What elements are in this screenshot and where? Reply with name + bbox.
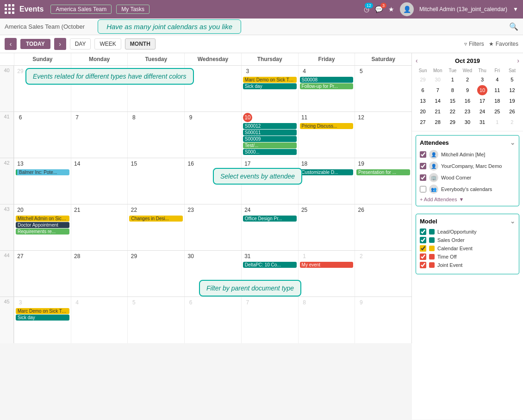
mini-day-26[interactable]: 26 (507, 106, 517, 117)
mini-day-22[interactable]: 22 (448, 106, 458, 117)
mini-day-1n[interactable]: 1 (492, 117, 502, 127)
event-followup[interactable]: Follow-up for Pr... (300, 83, 354, 89)
event-interest[interactable]: Interest in your ... (243, 169, 297, 175)
favorites-button[interactable]: ★ Favorites (489, 41, 518, 47)
cal-day-oct16[interactable]: 16 (184, 158, 241, 204)
cal-day-oct7[interactable]: 7 (71, 112, 128, 158)
event-marc-sick-2[interactable]: Marc Demo on Sick Time Off: 3.00 days (16, 308, 69, 314)
cal-day-oct21[interactable]: 21 (71, 204, 128, 250)
model-sales-checkbox[interactable] (420, 237, 426, 243)
mini-day-27[interactable]: 27 (418, 117, 428, 127)
user-name[interactable]: Mitchell Admin (13e_joint_calendar) (419, 6, 507, 12)
cal-day-nov1[interactable]: 1 My event (298, 251, 355, 296)
model-toggle[interactable]: ⌄ (510, 218, 515, 225)
cal-day-nov4[interactable]: 4 (71, 297, 128, 343)
mini-day-11[interactable]: 11 (492, 85, 502, 95)
event-my-event[interactable]: My event (300, 262, 354, 268)
mini-day-29[interactable]: 29 (448, 117, 458, 127)
mini-day-20[interactable]: 20 (418, 106, 428, 117)
event-s00008[interactable]: S00008 (300, 77, 354, 83)
mini-day-2[interactable]: 2 (462, 74, 473, 85)
mini-day-25[interactable]: 25 (492, 106, 502, 117)
event-presentation[interactable]: Presentation for ... (356, 169, 410, 175)
mini-day-16[interactable]: 16 (462, 96, 473, 106)
star-icon[interactable]: ★ (388, 6, 394, 13)
clock-icon[interactable]: ◷ 12 (364, 6, 369, 13)
event-s00011[interactable]: S00011 (243, 130, 297, 136)
mini-day-9[interactable]: 9 (462, 85, 473, 95)
cal-day-oct2[interactable]: 2 (184, 66, 241, 111)
attendee-everybody-checkbox[interactable] (420, 186, 426, 192)
mini-day-7[interactable]: 7 (433, 85, 443, 95)
attendees-toggle[interactable]: ⌄ (510, 139, 515, 146)
mini-day-29p[interactable]: 29 (418, 74, 428, 85)
model-timeoff-checkbox[interactable] (420, 253, 426, 260)
cal-day-oct26[interactable]: 26 (355, 204, 411, 250)
chat-icon[interactable]: 💬 3 (375, 6, 383, 13)
cal-day-oct4[interactable]: 4 S00008 Follow-up for Pr... (298, 66, 355, 111)
cal-day-oct22[interactable]: 22 Changes in Desi... (127, 204, 184, 250)
cal-day-oct13[interactable]: 13 Balmer Inc: Pote... (14, 158, 71, 204)
event-pricing[interactable]: Pricing Discuss... (300, 123, 354, 129)
cal-day-oct15[interactable]: 15 (127, 158, 184, 204)
cal-day-oct20[interactable]: 20 Mitchell Admin on Sick Time Off: 3.00… (14, 204, 71, 250)
mini-day-1[interactable]: 1 (448, 74, 458, 85)
event-doctor[interactable]: Doctor Appointment (16, 222, 69, 228)
prev-button[interactable]: ‹ (5, 38, 17, 50)
cal-day-nov2[interactable]: 2 (355, 251, 411, 296)
model-calendar-checkbox[interactable] (420, 245, 426, 252)
mini-cal-next[interactable]: › (517, 57, 519, 64)
mini-day-6[interactable]: 6 (418, 85, 428, 95)
cal-day-oct9[interactable]: 9 (184, 112, 241, 158)
cal-day-oct8[interactable]: 8 (127, 112, 184, 158)
event-mitchell-sick[interactable]: Mitchell Admin on Sick Time Off: 3.00 da… (16, 216, 69, 222)
cal-day-oct29[interactable]: 29 (127, 251, 184, 296)
cal-day-oct18[interactable]: 18 Customizable D... (298, 158, 355, 204)
mini-day-30p[interactable]: 30 (433, 74, 443, 85)
mini-day-17[interactable]: 17 (477, 96, 487, 106)
search-icon[interactable]: 🔍 (509, 22, 518, 31)
cal-day-oct6[interactable]: 6 (14, 112, 71, 158)
mini-day-19[interactable]: 19 (507, 96, 517, 106)
mini-day-14[interactable]: 14 (433, 96, 443, 106)
mini-day-18[interactable]: 18 (492, 96, 502, 106)
mini-day-10[interactable]: 10 (477, 85, 487, 95)
next-button[interactable]: › (54, 38, 66, 50)
cal-day-oct24[interactable]: 24 Office Design Pr... (241, 204, 298, 250)
cal-day-nov6[interactable]: 6 (184, 297, 241, 343)
event-s00012[interactable]: S00012 (243, 123, 297, 129)
event-balmer[interactable]: Balmer Inc: Pote... (16, 169, 69, 175)
model-lead-checkbox[interactable] (420, 229, 426, 235)
cal-day-oct17[interactable]: 17 Interest in your ... Open Space Des..… (241, 158, 298, 204)
day-view-button[interactable]: DAY (70, 38, 91, 49)
mini-day-2n[interactable]: 2 (507, 117, 517, 127)
model-joint-checkbox[interactable] (420, 262, 426, 268)
cal-day-oct27[interactable]: 27 (14, 251, 71, 296)
cal-day-sep29[interactable]: 29 (14, 66, 71, 111)
cal-day-oct30[interactable]: 30 (184, 251, 241, 296)
mini-day-13[interactable]: 13 (418, 96, 428, 106)
event-office-design[interactable]: Office Design Pr... (243, 216, 297, 222)
event-s00009[interactable]: S00009 (243, 136, 297, 142)
cal-day-oct28[interactable]: 28 (71, 251, 128, 296)
month-view-button[interactable]: MONTH (125, 38, 156, 49)
mini-day-3[interactable]: 3 (477, 74, 487, 85)
cal-day-oct31[interactable]: 31 DeltaPC: 10 Co... (241, 251, 298, 296)
cal-day-sep30[interactable]: 30 (71, 66, 128, 111)
cal-day-oct11[interactable]: 11 Pricing Discuss... (298, 112, 355, 158)
mini-cal-prev[interactable]: ‹ (416, 57, 418, 64)
event-sick-day-1[interactable]: Sick day (243, 83, 297, 89)
cal-day-oct19[interactable]: 19 Presentation for ... (355, 158, 411, 204)
mini-day-31[interactable]: 31 (477, 117, 487, 127)
my-tasks-tab[interactable]: My Tasks (116, 5, 149, 14)
event-marc-sick[interactable]: Marc Demo on Sick Time Off: 1.00 days (243, 77, 297, 83)
mini-day-24[interactable]: 24 (477, 106, 487, 117)
event-s000x[interactable]: S000... (243, 149, 297, 155)
cal-day-nov8[interactable]: 8 (298, 297, 355, 343)
mini-day-12[interactable]: 12 (507, 85, 517, 95)
mini-day-30[interactable]: 30 (462, 117, 473, 127)
attendee-mitchell-checkbox[interactable] (420, 151, 426, 158)
mini-day-21[interactable]: 21 (433, 106, 443, 117)
cal-day-nov7[interactable]: 7 (241, 297, 298, 343)
mini-day-8[interactable]: 8 (448, 85, 458, 95)
